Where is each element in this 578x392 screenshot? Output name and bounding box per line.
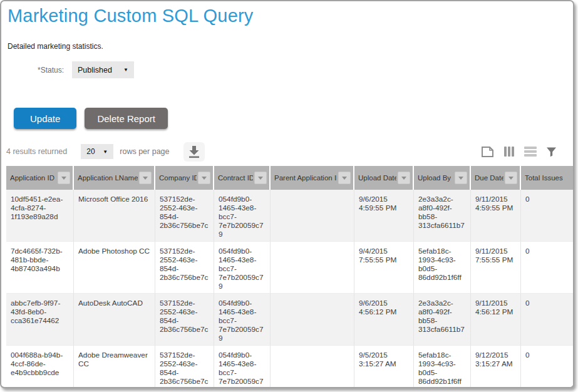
results-count: 4 results returned [6,147,67,156]
cell-upload-date: 9/6/2015 4:56:12 PM [354,294,414,346]
cell-upload-by: 5efab18c-1993-4c93-b0d5-86dd92b1f6ff [414,242,471,294]
results-table-wrap: Application ID Application LName Company… [6,166,573,388]
cell-total-issues: 0 [521,242,573,294]
page: Marketing Custom SQL Query Detailed mark… [0,0,574,388]
cell-application-lname: Adobe Dreamweaver CC [74,346,155,388]
column-menu-button[interactable] [455,172,467,184]
document-icon [481,146,494,158]
column-label: Parent Application ID [274,174,337,182]
rows-per-page-label: rows per page [120,147,169,156]
cell-upload-date: 9/4/2015 7:55:55 PM [354,242,414,294]
grid-view-options [481,146,557,158]
table-header-row: Application ID Application LName Company… [6,166,573,190]
action-buttons: Update Delete Report [1,108,573,129]
column-menu-button[interactable] [338,172,351,184]
column-label: Company ID [159,174,197,182]
cell-total-issues: 0 [521,346,573,388]
status-select-value: Published [78,66,112,75]
page-size-value: 20 [86,147,95,156]
cell-application-id: 7dc4665f-732b-481b-bbde-4b87403a494b [6,242,74,294]
cell-application-lname: Microsoft Office 2016 [74,190,155,242]
cell-application-id: abbc7efb-9f97-43fd-8eb0-cca361e74462 [6,294,74,346]
chevron-down-icon [342,177,347,182]
column-menu-button[interactable] [58,172,70,184]
cell-due-date: 9/11/2015 4:59:55 PM [471,190,521,242]
column-menu-button[interactable] [198,172,210,184]
column-label: Contract ID [218,174,253,182]
column-header-application-lname: Application LName [74,166,155,190]
page-title: Marketing Custom SQL Query [8,4,573,27]
column-header-parent-application-id: Parent Application ID [271,166,354,190]
cell-due-date: 9/11/2015 4:56:12 PM [471,294,521,346]
status-select[interactable]: Published ▼ [72,61,134,78]
rows-icon [524,146,537,157]
column-header-application-id: Application ID [6,166,74,190]
column-header-due-date: Due Date [471,166,521,190]
table-row: abbc7efb-9f97-43fd-8eb0-cca361e74462 Aut… [6,294,573,346]
columns-view-button[interactable] [503,146,515,157]
download-button[interactable] [183,142,205,162]
column-menu-button[interactable] [398,172,410,184]
cell-company-id: 537152de-2552-463e-854d-2b36c756be7c [155,346,214,388]
column-label: Application LName [78,174,138,182]
cell-application-lname: Adobe Photoshop CC [74,242,155,294]
page-subtitle: Detailed marketing statistics. [8,42,573,51]
column-label: Upload By [418,174,451,182]
cell-application-id: 10df5451-e2ea-4cfa-8274-1f193e89a28d [6,190,74,242]
filter-button[interactable] [546,147,557,157]
cell-upload-date: 9/5/2015 3:15:27 AM [354,346,414,388]
delete-report-button[interactable]: Delete Report [85,108,168,129]
filter-icon [546,147,557,157]
page-size-select[interactable]: 20 ▼ [81,144,113,159]
column-label: Total Issues [525,174,563,182]
cell-company-id: 537152de-2552-463e-854d-2b36c756be7c [155,190,214,242]
chevron-down-icon [61,177,66,182]
grid-toolbar: 4 results returned 20 ▼ rows per page [1,142,573,162]
column-menu-button[interactable] [505,172,517,184]
cell-due-date: 9/11/2015 7:55:55 PM [471,242,521,294]
chevron-down-icon: ▼ [103,149,108,155]
status-label: *Status: [38,66,64,75]
chevron-down-icon [401,177,406,182]
table-row: 7dc4665f-732b-481b-bbde-4b87403a494b Ado… [6,242,573,294]
update-button[interactable]: Update [14,108,76,129]
column-header-company-id: Company ID [155,166,214,190]
cell-application-id: 004f688a-b94b-4ccf-86de-e4b9cbbb9cde [6,346,74,388]
cell-contract-id: 054fd9b0-1465-43e8-bcc7-7e7b20059c79 [214,242,271,294]
column-header-contract-id: Contract ID [214,166,271,190]
cell-parent-application-id [271,242,354,294]
table-row: 10df5451-e2ea-4cfa-8274-1f193e89a28d Mic… [6,190,573,242]
column-header-upload-by: Upload By [414,166,471,190]
cell-contract-id: 054fd9b0-1465-43e8-bcc7-7e7b20059c79 [214,346,271,388]
results-table: Application ID Application LName Company… [6,166,573,388]
cell-upload-by: 2e3a3a2c-a8f0-492f-bb58-313cfa6611b7 [414,294,471,346]
cell-upload-date: 9/6/2015 4:59:55 PM [354,190,414,242]
chevron-down-icon: ▼ [123,67,128,73]
document-view-button[interactable] [481,146,494,158]
cell-application-lname: AutoDesk AutoCAD [74,294,155,346]
cell-parent-application-id [271,294,354,346]
cell-total-issues: 0 [521,190,573,242]
chevron-down-icon [202,177,207,182]
status-row: *Status: Published ▼ [1,61,573,78]
cell-total-issues: 0 [521,294,573,346]
column-menu-button[interactable] [139,172,152,184]
chevron-down-icon [508,177,513,182]
cell-contract-id: 054fd9b0-1465-43e8-bcc7-7e7b20059c79 [214,294,271,346]
column-label: Due Date [475,174,503,182]
cell-upload-by: 2e3a3a2c-a8f0-492f-bb58-313cfa6611b7 [414,190,471,242]
cell-upload-by: 5efab18c-1993-4c93-b0d5-86dd92b1f6ff [414,346,471,388]
table-row: 004f688a-b94b-4ccf-86de-e4b9cbbb9cde Ado… [6,346,573,388]
cell-due-date: 9/12/2015 3:15:27 AM [471,346,521,388]
column-label: Application ID [10,174,54,182]
column-header-upload-date: Upload Date [354,166,414,190]
cell-parent-application-id [271,346,354,388]
rows-view-button[interactable] [524,146,537,157]
column-menu-button[interactable] [254,172,267,184]
chevron-down-icon [143,177,148,182]
column-header-total-issues: Total Issues [521,166,573,190]
download-icon [187,145,201,158]
cell-company-id: 537152de-2552-463e-854d-2b36c756be7c [155,242,214,294]
cell-parent-application-id [271,190,354,242]
chevron-down-icon [458,177,463,182]
